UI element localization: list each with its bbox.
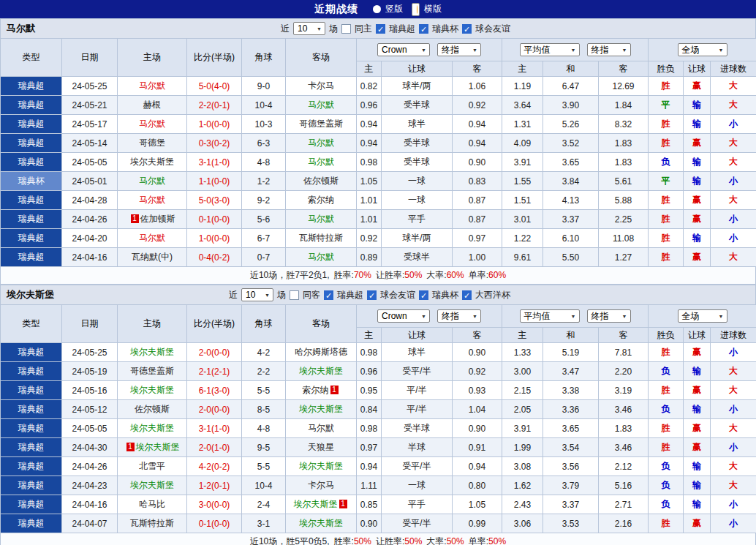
- period-select[interactable]: 全场: [678, 43, 727, 56]
- away-team-cell: 索尔纳: [286, 191, 357, 210]
- competition-checkbox[interactable]: [419, 290, 428, 300]
- away-team-cell: 马尔默: [286, 96, 357, 115]
- goals-result-cell: 大: [711, 153, 756, 172]
- euro-away-odds-cell: 2.20: [599, 362, 649, 381]
- same-venue-label[interactable]: 同客: [303, 289, 320, 301]
- competition-checkbox-label[interactable]: 球会友谊: [380, 289, 415, 301]
- asian-stage-select-value: 终指: [442, 310, 459, 323]
- competition-type-cell: 瑞典超: [1, 96, 62, 115]
- competition-checkbox[interactable]: [376, 24, 385, 34]
- same-venue-checkbox[interactable]: [341, 24, 351, 34]
- euro-source-select[interactable]: 平均值: [520, 43, 580, 56]
- handicap-cell: 平/半: [382, 381, 453, 400]
- away-team: 马尔默: [308, 423, 334, 433]
- bookmaker-select[interactable]: Crown: [377, 309, 430, 323]
- handicap-result-cell: 输: [684, 400, 711, 419]
- euro-source-select-value: 平均值: [524, 44, 551, 56]
- asian-stage-select[interactable]: 终指: [437, 43, 481, 56]
- handicap-cell: 受平/半: [382, 514, 453, 533]
- goals-result-cell: 小: [711, 115, 756, 134]
- handicap-cell: 球半: [382, 115, 453, 134]
- period-select[interactable]: 全场: [678, 309, 727, 323]
- score-cell: 1-0(0-0): [187, 115, 242, 134]
- euro-draw-odds-cell: 3.65: [543, 419, 599, 438]
- asia-away-odds-cell: 0.87: [453, 210, 502, 229]
- away-team-cell: 天狼星: [286, 438, 357, 457]
- summary-row: 近10场，胜5平0负5,胜率:50%让胜率:50%大率:50%单率:50%: [0, 533, 756, 545]
- vertical-layout-label[interactable]: 竖版: [385, 3, 403, 15]
- summary-stat-value: 60%: [488, 270, 506, 280]
- vertical-layout-radio[interactable]: [373, 5, 381, 13]
- asia-away-odds-cell: 0.93: [453, 381, 502, 400]
- competition-checkbox-label[interactable]: 球会友谊: [475, 23, 510, 35]
- subcol-asia-away: 客: [453, 61, 502, 77]
- bookmaker-select[interactable]: Crown: [377, 43, 430, 56]
- competition-type-cell: 瑞典超: [1, 191, 62, 210]
- match-row: 瑞典超24-05-17马尔默1-0(0-0)10-3哥德堡盖斯0.94球半0.9…: [1, 115, 756, 134]
- home-team-cell: 1埃尔夫斯堡: [118, 438, 187, 457]
- recent-count-select[interactable]: 10: [293, 22, 325, 35]
- home-team-cell: 埃尔夫斯堡: [118, 343, 187, 362]
- competition-checkbox[interactable]: [462, 290, 472, 300]
- match-row: 瑞典超24-04-20马尔默1-0(0-0)6-7瓦斯特拉斯0.92球半/两0.…: [1, 229, 756, 248]
- col-date: 日期: [62, 39, 118, 77]
- euro-stage-select[interactable]: 终指: [587, 43, 631, 56]
- competition-checkbox-label[interactable]: 瑞典杯: [432, 23, 458, 35]
- competition-checkbox-label[interactable]: 瑞典超: [337, 289, 363, 301]
- asia-home-odds-cell: 0.97: [357, 438, 382, 457]
- competition-checkbox[interactable]: [462, 24, 472, 34]
- recent-count-select[interactable]: 10: [241, 288, 273, 301]
- home-team: 马尔默: [139, 119, 165, 129]
- same-venue-label[interactable]: 同主: [355, 23, 372, 35]
- asia-away-odds-cell: 0.92: [453, 362, 502, 381]
- score-cell: 2-2(0-1): [187, 96, 242, 115]
- competition-checkbox[interactable]: [419, 24, 428, 34]
- result-cell: 胜: [649, 229, 684, 248]
- col-score: 比分(半场): [187, 305, 242, 343]
- home-team: 埃尔夫斯堡: [130, 423, 174, 433]
- result-cell: 平: [649, 96, 684, 115]
- home-team: 瓦纳默(中): [132, 252, 173, 262]
- col-type: 类型: [1, 39, 62, 77]
- summary-stat-label: 胜率:: [334, 270, 354, 280]
- competition-checkbox-label[interactable]: 大西洋杯: [475, 289, 510, 301]
- score-cell: 1-1(0-0): [187, 172, 242, 191]
- competition-type-cell: 瑞典超: [1, 210, 62, 229]
- result-cell: 胜: [649, 343, 684, 362]
- euro-draw-odds-cell: 3.37: [543, 210, 599, 229]
- goals-result-cell: 大: [711, 96, 756, 115]
- corner-cell: 1-2: [242, 172, 286, 191]
- handicap-result-cell: 输: [684, 362, 711, 381]
- horizontal-layout-radio[interactable]: [412, 3, 420, 16]
- euro-draw-odds-cell: 3.56: [543, 457, 599, 476]
- same-venue-checkbox[interactable]: [290, 290, 299, 300]
- competition-type-cell: 瑞典超: [1, 438, 62, 457]
- asian-stage-select[interactable]: 终指: [437, 309, 481, 323]
- summary-stat: 胜率:50%: [334, 535, 371, 545]
- away-team: 埃尔夫斯堡: [299, 366, 343, 376]
- match-row: 瑞典超24-04-261佐加顿斯0-1(0-0)5-6马尔默1.01平手0.87…: [1, 210, 756, 229]
- euro-home-odds-cell: 1.19: [502, 77, 543, 96]
- summary-stat-label: 大率:: [426, 536, 446, 545]
- summary-stat-value: 50%: [404, 536, 422, 545]
- competition-checkbox-label[interactable]: 瑞典杯: [432, 289, 458, 301]
- euro-home-odds-cell: 2.05: [502, 400, 543, 419]
- away-team: 卡尔马: [308, 480, 334, 490]
- competition-checkbox[interactable]: [324, 290, 333, 300]
- match-row: 瑞典超24-05-19哥德堡盖斯2-1(2-1)2-2埃尔夫斯堡0.96受平/半…: [1, 362, 756, 381]
- competition-checkbox[interactable]: [367, 290, 377, 300]
- home-team: 瓦斯特拉斯: [130, 518, 174, 528]
- handicap-result-cell: 输: [684, 96, 711, 115]
- corner-cell: 3-1: [242, 514, 286, 533]
- euro-stage-select[interactable]: 终指: [587, 309, 631, 323]
- home-team: 北雪平: [139, 461, 165, 471]
- asia-away-odds-cell: 0.90: [453, 419, 502, 438]
- goals-result-cell: 大: [711, 476, 756, 495]
- horizontal-layout-label[interactable]: 横版: [424, 3, 442, 15]
- euro-source-select[interactable]: 平均值: [520, 309, 580, 323]
- result-cell: 负: [649, 153, 684, 172]
- home-team-cell: 瓦纳默(中): [118, 248, 187, 267]
- subcol-euro-draw: 和: [543, 61, 599, 77]
- euro-odds-group: 平均值 终指: [502, 39, 649, 61]
- competition-checkbox-label[interactable]: 瑞典超: [389, 23, 415, 35]
